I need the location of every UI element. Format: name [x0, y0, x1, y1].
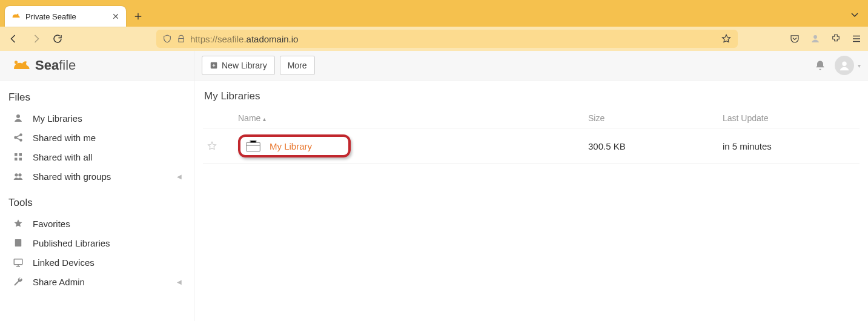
group-icon [12, 171, 24, 182]
more-button[interactable]: More [280, 56, 315, 75]
url-text: https://seafile.atadomain.io [190, 34, 716, 44]
brand-logo[interactable]: Seafile [0, 51, 194, 81]
page-title: My Libraries [203, 87, 860, 108]
new-library-button[interactable]: New Library [202, 56, 275, 75]
svg-point-10 [15, 173, 18, 176]
monitor-icon [12, 257, 24, 268]
sidebar-header-tools: Tools [6, 193, 188, 214]
tabs-overflow-icon[interactable] [850, 10, 860, 19]
library-icon [245, 139, 261, 153]
highlight-annotation: My Library [238, 134, 351, 157]
bookmark-star-icon[interactable] [721, 33, 732, 44]
share-icon [12, 132, 24, 143]
sidebar-item-shared-with-me[interactable]: Shared with me [6, 128, 188, 147]
sidebar-item-label: Shared with groups [33, 171, 111, 182]
extensions-icon[interactable] [830, 33, 841, 44]
libraries-table: Name ▴ Size Last Update My Library [203, 108, 860, 164]
star-toggle-icon[interactable] [207, 141, 231, 151]
app-root: Seafile Files My Libraries Shared with m… [0, 51, 868, 321]
star-icon [12, 218, 24, 229]
sidebar-item-label: My Libraries [33, 113, 82, 124]
library-name-link[interactable]: My Library [270, 141, 312, 151]
library-last-update: in 5 minutes [719, 128, 860, 164]
sidebar-item-label: Shared with me [33, 133, 96, 143]
svg-rect-16 [247, 142, 260, 151]
tab-favicon [11, 12, 21, 21]
svg-point-1 [15, 61, 18, 64]
plus-square-icon [210, 61, 218, 70]
book-icon [12, 237, 24, 248]
seafile-logo-icon [11, 57, 31, 74]
sidebar-item-published-libraries[interactable]: Published Libraries [6, 233, 188, 253]
person-icon [12, 113, 24, 124]
wrench-icon [12, 276, 24, 287]
svg-point-0 [813, 35, 817, 39]
account-icon[interactable] [810, 33, 821, 44]
svg-point-11 [18, 173, 21, 176]
column-last-update[interactable]: Last Update [719, 108, 860, 128]
back-button[interactable] [6, 31, 22, 47]
sidebar-item-shared-with-all[interactable]: Shared with all [6, 147, 188, 167]
column-name[interactable]: Name ▴ [234, 108, 585, 128]
chevron-left-icon: ◀ [177, 279, 182, 285]
svg-rect-6 [15, 153, 18, 156]
sidebar-item-my-libraries[interactable]: My Libraries [6, 108, 188, 128]
button-label: More [288, 61, 307, 70]
lock-icon[interactable] [177, 35, 185, 43]
browser-toolbar: https://seafile.atadomain.io [0, 27, 868, 51]
sidebar-item-label: Favorites [33, 219, 70, 229]
sidebar-item-label: Published Libraries [33, 238, 110, 248]
toolbar: New Library More ▾ [194, 51, 868, 81]
svg-rect-8 [15, 158, 18, 161]
table-row[interactable]: My Library 300.5 KB in 5 minutes [203, 128, 860, 164]
sidebar-header-files: Files [6, 88, 188, 108]
main-panel: New Library More ▾ My Libraries Name ▴ S… [194, 51, 868, 321]
sidebar-item-linked-devices[interactable]: Linked Devices [6, 253, 188, 272]
address-bar[interactable]: https://seafile.atadomain.io [156, 30, 738, 48]
user-avatar[interactable] [835, 56, 854, 75]
svg-rect-9 [19, 158, 22, 161]
sidebar-item-label: Linked Devices [33, 257, 94, 268]
sidebar-item-label: Share Admin [33, 277, 85, 287]
column-size[interactable]: Size [585, 108, 719, 128]
sidebar-item-favorites[interactable]: Favorites [6, 214, 188, 233]
reload-button[interactable] [50, 31, 65, 47]
forward-button[interactable] [28, 31, 44, 47]
sidebar: Seafile Files My Libraries Shared with m… [0, 51, 194, 321]
content-area: My Libraries Name ▴ Size Last Update [194, 81, 868, 170]
svg-rect-13 [14, 259, 22, 265]
svg-point-2 [16, 114, 20, 118]
brand-text: Seafile [35, 58, 76, 73]
sidebar-item-share-admin[interactable]: Share Admin ◀ [6, 272, 188, 291]
library-size: 300.5 KB [585, 128, 719, 164]
svg-point-15 [842, 62, 846, 66]
menu-icon[interactable] [851, 33, 862, 44]
sort-asc-icon: ▴ [263, 116, 266, 122]
tab-close-icon[interactable] [111, 12, 120, 21]
pocket-icon[interactable] [789, 33, 800, 44]
svg-rect-12 [15, 239, 22, 247]
chevron-left-icon: ◀ [177, 173, 182, 180]
notifications-icon[interactable] [814, 59, 826, 71]
tab-title: Private Seafile [25, 12, 107, 21]
browser-tab[interactable]: Private Seafile [5, 6, 126, 27]
sidebar-item-label: Shared with all [33, 152, 92, 162]
button-label: New Library [222, 61, 267, 70]
column-star [203, 108, 234, 128]
browser-tab-strip: Private Seafile [0, 0, 868, 27]
svg-rect-7 [19, 153, 22, 156]
new-tab-button[interactable] [130, 8, 147, 25]
chevron-down-icon[interactable]: ▾ [858, 62, 861, 69]
shield-icon[interactable] [162, 34, 172, 44]
org-icon [12, 151, 24, 162]
sidebar-item-shared-with-groups[interactable]: Shared with groups ◀ [6, 167, 188, 186]
